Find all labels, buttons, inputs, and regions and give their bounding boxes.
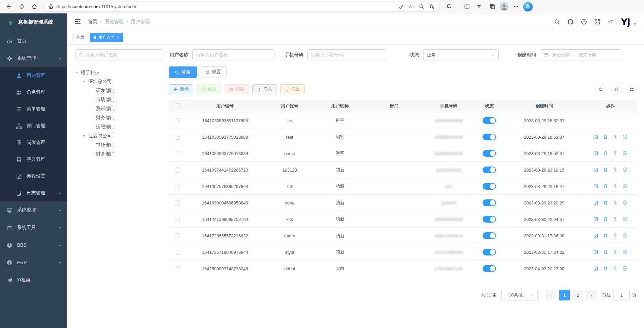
password-key-icon[interactable]: [397, 2, 406, 11]
lock-icon[interactable]: [47, 3, 54, 10]
app-logo[interactable]: 意框架管理系统: [0, 13, 67, 30]
row-edit-icon[interactable]: [593, 217, 599, 222]
font-size-icon[interactable]: TT: [607, 18, 614, 25]
sidebar-item-system-tools[interactable]: 系统工具: [0, 219, 67, 236]
row-assign-role-icon[interactable]: [623, 249, 628, 255]
refresh-icon[interactable]: [16, 1, 27, 12]
row-edit-icon[interactable]: [593, 151, 599, 156]
row-edit-icon[interactable]: [593, 134, 599, 140]
row-assign-role-icon[interactable]: [623, 184, 628, 189]
sidebar-item-system-management[interactable]: 系统管理: [0, 50, 67, 67]
sidebar-collapse-icon[interactable]: [75, 18, 82, 26]
tree-node[interactable]: 运维部门: [75, 122, 163, 131]
table-row[interactable]: 1641728665572216832mmm萌新158123456142023-…: [169, 228, 637, 244]
date-range-picker[interactable]: 开始日期 - 结束日期: [540, 49, 622, 60]
page-size-select[interactable]: 10条/页: [501, 290, 538, 300]
row-delete-icon[interactable]: [603, 167, 608, 173]
table-row[interactable]: 1641735719040978944style萌新15712345080202…: [169, 244, 637, 261]
tab-close-icon[interactable]: ×: [116, 35, 119, 40]
sidebar-item-menu-management[interactable]: 菜单管理: [0, 101, 67, 118]
tree-node[interactable]: 测试部门: [75, 104, 163, 113]
tree-node[interactable]: 研发部门: [75, 86, 163, 95]
tree-node[interactable]: 市场部门: [75, 95, 163, 104]
table-row[interactable]: 1641030593691127808cc橙子150000000002023-0…: [169, 112, 637, 129]
row-edit-icon[interactable]: [593, 233, 599, 238]
tree-node[interactable]: 江西总公司: [75, 131, 163, 140]
page-button-2[interactable]: 2: [573, 290, 583, 300]
row-checkbox[interactable]: [175, 250, 180, 255]
status-toggle[interactable]: [483, 199, 496, 206]
status-toggle[interactable]: [483, 150, 496, 157]
row-edit-icon[interactable]: [593, 266, 599, 271]
fullscreen-icon[interactable]: [594, 18, 601, 25]
breadcrumb-system[interactable]: 系统管理: [105, 19, 123, 25]
read-aloud-icon[interactable]: A: [407, 2, 416, 11]
tab-user-management[interactable]: 用户管理 ×: [90, 33, 123, 42]
sidebar-item-erp[interactable]: ERP: [0, 254, 67, 271]
split-screen-icon[interactable]: [461, 1, 472, 12]
table-row[interactable]: 1641097576365297664tttt萌新1232023-03-29 2…: [169, 178, 637, 195]
dept-search-input[interactable]: [75, 49, 163, 60]
status-toggle[interactable]: [483, 249, 496, 255]
page-button-1[interactable]: 1: [559, 290, 570, 300]
row-checkbox[interactable]: [175, 118, 180, 123]
row-checkbox[interactable]: [175, 217, 180, 222]
row-checkbox[interactable]: [175, 184, 180, 189]
row-checkbox[interactable]: [175, 135, 180, 140]
user-menu-caret-icon[interactable]: [633, 21, 637, 27]
collections-icon[interactable]: [487, 1, 498, 12]
help-icon[interactable]: ?: [581, 18, 587, 25]
url-text[interactable]: https://ccnetcore.com:1101/system/user: [57, 4, 394, 9]
select-all-checkbox[interactable]: [175, 103, 180, 108]
row-assign-role-icon[interactable]: [623, 266, 628, 271]
row-assign-role-icon[interactable]: [623, 167, 628, 173]
goto-page-input[interactable]: [613, 290, 630, 300]
sidebar-item-post-management[interactable]: 岗位管理: [0, 134, 67, 151]
back-icon[interactable]: [3, 1, 14, 12]
sidebar-item-user-management[interactable]: 用户管理: [0, 67, 67, 84]
column-settings-icon[interactable]: [626, 84, 637, 95]
tree-node[interactable]: 橙子科技: [75, 68, 163, 77]
status-toggle[interactable]: [483, 134, 496, 140]
row-assign-role-icon[interactable]: [623, 134, 628, 140]
row-checkbox[interactable]: [175, 266, 180, 271]
row-delete-icon[interactable]: [603, 266, 608, 271]
row-assign-role-icon[interactable]: [623, 233, 628, 238]
phone-input[interactable]: [307, 49, 386, 60]
status-toggle[interactable]: [483, 265, 496, 272]
search-button[interactable]: 搜索: [169, 66, 197, 78]
favorites-add-icon[interactable]: [427, 2, 436, 11]
table-search-toggle-icon[interactable]: [595, 84, 606, 95]
table-row[interactable]: 1642503897748738048dabai大白17925637140202…: [169, 261, 637, 277]
row-delete-icon[interactable]: [603, 217, 608, 222]
sidebar-item-param-settings[interactable]: 参数设置: [0, 168, 67, 185]
row-delete-icon[interactable]: [603, 134, 608, 140]
tab-home[interactable]: 首页: [72, 33, 88, 42]
row-reset-password-icon[interactable]: [613, 200, 618, 205]
status-toggle[interactable]: [483, 216, 496, 223]
status-toggle[interactable]: [483, 167, 496, 173]
row-checkbox[interactable]: [175, 151, 180, 156]
address-bar[interactable]: https://ccnetcore.com:1101/system/user A: [44, 2, 440, 12]
username-input[interactable]: [192, 49, 275, 60]
row-delete-icon[interactable]: [603, 200, 608, 205]
caret-down-icon[interactable]: [83, 80, 86, 83]
row-assign-role-icon[interactable]: [623, 217, 628, 222]
copilot-bing-icon[interactable]: b: [523, 2, 533, 11]
sidebar-item-role-management[interactable]: 角色管理: [0, 84, 67, 101]
row-reset-password-icon[interactable]: [613, 266, 618, 271]
caret-down-icon[interactable]: [83, 134, 86, 138]
row-checkbox[interactable]: [175, 168, 180, 173]
sidebar-item-system-monitor[interactable]: 系统监控: [0, 201, 67, 219]
more-menu-icon[interactable]: [510, 1, 521, 12]
prev-page-button[interactable]: ‹: [546, 290, 556, 300]
row-delete-icon[interactable]: [603, 233, 608, 238]
row-delete-icon[interactable]: [603, 184, 608, 189]
row-reset-password-icon[interactable]: [613, 249, 618, 255]
favorites-bar-icon[interactable]: [474, 1, 485, 12]
extensions-icon[interactable]: [444, 1, 454, 12]
row-edit-icon[interactable]: [593, 184, 599, 189]
tree-node[interactable]: 财务部门: [75, 149, 163, 158]
status-toggle[interactable]: [483, 183, 496, 190]
sidebar-item-dict-management[interactable]: 字典管理: [0, 151, 67, 168]
